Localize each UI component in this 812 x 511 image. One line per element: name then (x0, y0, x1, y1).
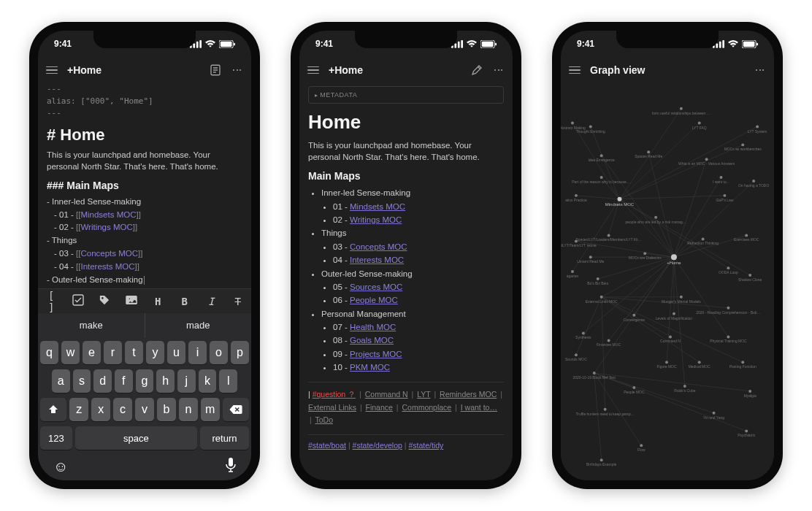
key-b[interactable]: b (157, 398, 176, 421)
key-j[interactable]: j (177, 369, 196, 393)
key-v[interactable]: v (135, 398, 154, 421)
graph-node[interactable] (571, 122, 574, 125)
state-tag[interactable]: #state/boat (308, 441, 346, 450)
graph-node[interactable] (582, 331, 585, 334)
key-r[interactable]: r (104, 341, 122, 364)
suggestion-2[interactable]: made (145, 313, 252, 338)
graph-node[interactable] (673, 312, 675, 315)
footer-link[interactable]: Commonplace (402, 403, 451, 412)
graph-node[interactable] (723, 194, 726, 197)
wikilink[interactable]: Sources MOC (350, 283, 402, 291)
key-123[interactable]: 123 (40, 426, 72, 450)
state-tag[interactable]: #state/develop (353, 441, 402, 450)
key-x[interactable]: x (91, 398, 110, 421)
editor-line[interactable]: - 02 - [[Writings MOC]] (47, 221, 242, 234)
wikilink[interactable]: Health MOC (350, 323, 396, 331)
wikilink[interactable]: Concepts MOC (350, 242, 407, 251)
more-icon[interactable]: ⋮ (492, 64, 505, 77)
graph-node[interactable] (600, 458, 603, 461)
key-y[interactable]: y (146, 341, 164, 364)
suggestion-1[interactable]: make (38, 313, 145, 338)
key-i[interactable]: i (188, 341, 207, 364)
graph-node[interactable] (698, 361, 701, 364)
key-backspace[interactable] (223, 398, 249, 421)
graph-node[interactable] (683, 385, 686, 388)
graph-node[interactable] (727, 335, 729, 338)
wikilink[interactable]: Interests MOC (350, 256, 404, 264)
graph-view[interactable]: ⚙ +HomeMindsets MOCGaP's Lawpeople who a… (561, 83, 774, 480)
state-tag[interactable]: #state/tidy (408, 441, 443, 450)
graph-node[interactable] (600, 154, 603, 157)
graph-node[interactable] (654, 216, 657, 219)
graph-node[interactable] (600, 296, 603, 299)
key-z[interactable]: z (69, 398, 88, 421)
key-o[interactable]: o (210, 341, 228, 364)
graph-node[interactable] (571, 270, 574, 273)
key-n[interactable]: n (179, 398, 198, 421)
key-return[interactable]: return (200, 426, 249, 450)
graph-node[interactable] (632, 386, 635, 389)
key-s[interactable]: s (73, 369, 91, 393)
graph-node[interactable] (756, 126, 759, 128)
footer-link[interactable]: I want to… (461, 403, 497, 412)
wikilink[interactable]: Mindsets MOC (350, 202, 405, 211)
graph-node[interactable] (702, 237, 705, 240)
editor-content[interactable]: --- alias: ["000", "Home"] --- # Home Th… (38, 83, 251, 288)
graph-node[interactable] (647, 150, 650, 153)
graph-node[interactable] (748, 390, 751, 393)
question-tag[interactable]: #question ？ (313, 390, 356, 399)
graph-node[interactable] (680, 107, 683, 110)
graph-node[interactable] (680, 296, 683, 299)
footer-link[interactable]: Finance (366, 403, 393, 412)
graph-node[interactable] (698, 122, 701, 125)
graph-node[interactable] (705, 158, 708, 161)
wikilink[interactable]: Writings MOC (350, 215, 402, 224)
graph-node[interactable] (589, 256, 592, 258)
wikilink[interactable]: Goals MOC (350, 336, 394, 345)
editor-line[interactable]: - Outer-led Sense-making (47, 274, 242, 287)
toolbar-image[interactable] (123, 295, 139, 307)
editor-line[interactable]: - 03 - [[Concepts MOC]] (47, 247, 242, 261)
key-space[interactable]: space (75, 426, 197, 450)
footer-link[interactable]: Reminders MOC (440, 390, 497, 399)
key-a[interactable]: a (52, 369, 70, 393)
wikilink[interactable]: PKM MOC (350, 363, 390, 372)
editor-line[interactable]: - Inner-led Sense-making (47, 196, 242, 209)
graph-node[interactable] (727, 266, 729, 269)
graph-node[interactable] (669, 335, 672, 338)
key-e[interactable]: e (83, 341, 101, 364)
footer-link[interactable]: External Links (308, 403, 356, 412)
toolbar-tag[interactable] (96, 295, 112, 307)
graph-node[interactable] (575, 239, 578, 242)
graph-node[interactable] (604, 408, 607, 411)
graph-node[interactable] (589, 126, 592, 128)
footer-link[interactable]: ToDo (315, 415, 333, 424)
graph-node[interactable] (575, 194, 578, 197)
key-k[interactable]: k (199, 369, 217, 393)
toolbar-strike[interactable]: T (230, 296, 246, 307)
graph-node[interactable] (719, 176, 722, 179)
key-q[interactable]: q (40, 341, 58, 364)
graph-node[interactable] (632, 314, 635, 317)
graph-node[interactable] (671, 254, 677, 260)
toolbar-bold[interactable]: B (177, 296, 193, 307)
graph-node[interactable] (597, 277, 600, 280)
graph-node[interactable] (745, 430, 748, 433)
footer-link[interactable]: Command N (365, 390, 408, 399)
menu-icon[interactable] (45, 64, 58, 77)
more-icon[interactable]: ⋮ (754, 64, 767, 77)
graph-node[interactable] (748, 274, 751, 277)
menu-icon[interactable] (568, 64, 581, 77)
key-c[interactable]: c (113, 398, 132, 421)
editor-line[interactable]: - 04 - [[Interests MOC]] (47, 261, 242, 274)
key-t[interactable]: t (125, 341, 143, 364)
toolbar-italic[interactable]: I (203, 296, 219, 307)
more-icon[interactable]: ⋮ (231, 64, 244, 77)
key-h[interactable]: h (156, 369, 175, 393)
key-l[interactable]: l (219, 369, 237, 393)
editor-line[interactable]: - 01 - [[Mindsets MOC]] (47, 209, 242, 222)
key-u[interactable]: u (167, 341, 185, 364)
graph-node[interactable] (575, 353, 578, 356)
emoji-icon[interactable]: ☺ (53, 458, 68, 475)
key-g[interactable]: g (136, 369, 154, 393)
